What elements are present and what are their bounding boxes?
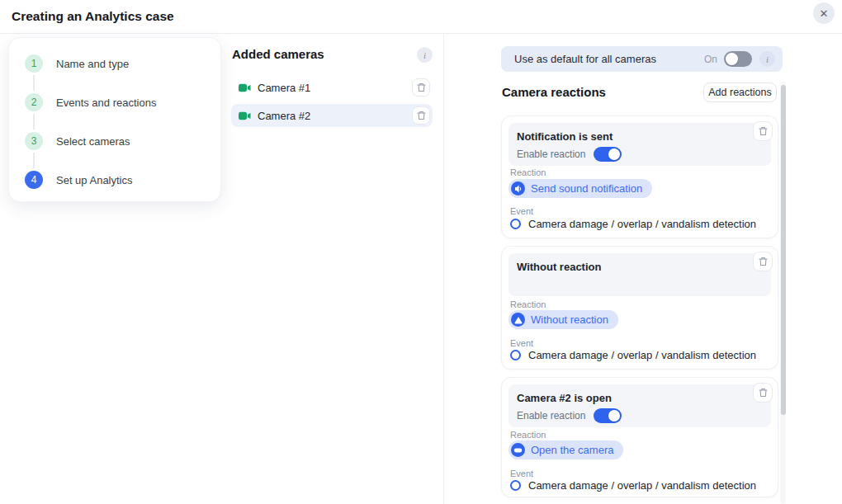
reaction-card-notification-is-sent: Notification is sent Enable reaction Rea… <box>501 115 778 238</box>
event-ring-icon <box>510 219 521 229</box>
step-number-badge: 4 <box>25 171 43 189</box>
step-label: Events and reactions <box>56 97 156 109</box>
reaction-section-label: Reaction <box>510 430 546 440</box>
step-label: Select cameras <box>56 135 130 148</box>
event-ring-icon <box>510 480 521 491</box>
reaction-card-title: Without reaction <box>517 261 601 273</box>
video-camera-icon <box>239 111 251 120</box>
event-section-label: Event <box>510 206 533 216</box>
trash-icon <box>759 126 768 136</box>
sound-notification-icon <box>511 181 525 195</box>
step-label: Name and type <box>56 58 129 70</box>
event-row: Camera damage / overlap / vandalism dete… <box>510 479 756 492</box>
info-icon[interactable]: i <box>417 47 433 63</box>
camera-name: Camera #2 <box>258 110 310 122</box>
open-camera-icon <box>511 443 525 457</box>
close-icon: ✕ <box>820 7 829 20</box>
event-section-label: Event <box>510 469 533 478</box>
column-divider <box>443 33 444 504</box>
toggle-state-label: On <box>704 54 717 65</box>
delete-reaction-button[interactable] <box>753 121 773 141</box>
reaction-chip-label: Without reaction <box>531 313 608 326</box>
camera-name: Camera #1 <box>258 82 310 94</box>
step-number-badge: 2 <box>25 93 43 111</box>
enable-reaction-toggle[interactable] <box>594 147 622 162</box>
event-row: Camera damage / overlap / vandalism dete… <box>510 349 756 361</box>
reaction-card-title: Camera #2 is open <box>517 392 612 404</box>
enable-reaction-label: Enable reaction <box>517 410 585 422</box>
event-section-label: Event <box>510 338 533 348</box>
without-reaction-icon <box>511 313 525 327</box>
reaction-card-header: Without reaction <box>509 253 771 296</box>
reaction-card-without-reaction: Without reaction Reaction Without reacti… <box>501 246 778 370</box>
reaction-card-header: Notification is sent Enable reaction <box>509 123 771 166</box>
add-reactions-label: Add reactions <box>708 87 771 98</box>
step-events-and-reactions[interactable]: 2 Events and reactions <box>9 91 220 114</box>
step-connector <box>33 114 35 130</box>
reaction-card-header: Camera #2 is open Enable reaction <box>509 384 771 427</box>
video-camera-icon <box>239 83 251 92</box>
step-number-badge: 3 <box>25 132 43 150</box>
toggle-knob <box>726 53 738 65</box>
reaction-section-label: Reaction <box>510 167 546 177</box>
stepper-card: 1 Name and type 2 Events and reactions 3… <box>8 37 221 202</box>
step-label: Set up Analytics <box>56 174 133 186</box>
trash-icon <box>759 257 768 266</box>
camera-row-2[interactable]: Camera #2 <box>231 104 433 127</box>
step-connector <box>33 153 35 168</box>
delete-camera-button[interactable] <box>412 78 430 97</box>
event-text: Camera damage / overlap / vandalism dete… <box>528 479 756 492</box>
reaction-chip-label: Open the camera <box>531 444 613 456</box>
modal-header: Creating an Analytics case <box>0 0 842 34</box>
reaction-section-label: Reaction <box>510 299 546 309</box>
reaction-chip[interactable]: Send sound notification <box>509 179 652 198</box>
close-button[interactable]: ✕ <box>813 2 835 24</box>
use-as-default-label: Use as default for all cameras <box>514 53 704 65</box>
reaction-chip[interactable]: Open the camera <box>509 440 623 459</box>
delete-reaction-button[interactable] <box>753 252 773 271</box>
toggle-knob <box>608 410 620 422</box>
camera-reactions-title: Camera reactions <box>502 85 606 99</box>
use-as-default-bar: Use as default for all cameras On i <box>501 46 783 72</box>
info-icon[interactable]: i <box>759 51 775 67</box>
step-set-up-analytics[interactable]: 4 Set up Analytics <box>9 168 220 191</box>
step-number-badge: 1 <box>25 54 43 73</box>
reaction-card-camera-2-is-open: Camera #2 is open Enable reaction Reacti… <box>501 377 778 497</box>
step-connector <box>33 75 35 91</box>
enable-reaction-label: Enable reaction <box>517 148 585 160</box>
use-as-default-toggle[interactable] <box>724 51 752 67</box>
scrollbar-thumb[interactable] <box>781 85 786 415</box>
reaction-chip-label: Send sound notification <box>531 182 642 195</box>
event-text: Camera damage / overlap / vandalism dete… <box>528 218 756 230</box>
delete-camera-button[interactable] <box>412 106 430 125</box>
add-reactions-button[interactable]: Add reactions <box>703 82 777 102</box>
enable-reaction-row: Enable reaction <box>517 147 622 162</box>
delete-reaction-button[interactable] <box>753 383 773 403</box>
reaction-chip[interactable]: Without reaction <box>509 310 618 329</box>
camera-row-1[interactable]: Camera #1 <box>231 76 433 99</box>
enable-reaction-toggle[interactable] <box>594 408 622 423</box>
step-name-and-type[interactable]: 1 Name and type <box>9 52 220 75</box>
trash-icon <box>759 388 768 398</box>
page-title: Creating an Analytics case <box>12 0 174 33</box>
event-ring-icon <box>510 350 521 360</box>
event-row: Camera damage / overlap / vandalism dete… <box>510 218 756 230</box>
trash-icon <box>417 82 426 92</box>
info-icon-glyph: i <box>766 54 769 64</box>
info-icon-glyph: i <box>423 50 426 60</box>
trash-icon <box>417 111 426 120</box>
added-cameras-title: Added cameras <box>232 47 324 61</box>
enable-reaction-row: Enable reaction <box>517 408 622 423</box>
event-text: Camera damage / overlap / vandalism dete… <box>528 349 756 361</box>
reaction-card-title: Notification is sent <box>517 130 613 143</box>
step-select-cameras[interactable]: 3 Select cameras <box>9 130 220 153</box>
toggle-knob <box>608 148 620 160</box>
